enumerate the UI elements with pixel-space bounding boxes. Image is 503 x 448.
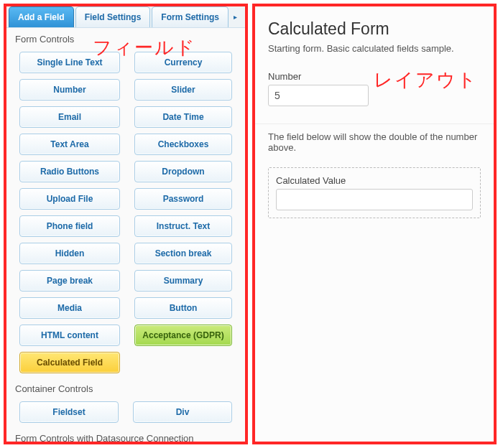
number-input[interactable] (268, 85, 369, 106)
calculated-label: Calculated Value (276, 175, 473, 186)
field-summary[interactable]: Summary (134, 270, 232, 291)
field-text-area[interactable]: Text Area (19, 134, 120, 155)
field-media[interactable]: Media (19, 297, 120, 319)
field-instruct-text[interactable]: Instruct. Text (134, 215, 232, 237)
tabs-bar: Add a Field Field Settings Form Settings… (6, 6, 245, 28)
field-checkboxes[interactable]: Checkboxes (134, 134, 232, 155)
field-html-content[interactable]: HTML content (19, 325, 120, 346)
form-controls-grid: Single Line Text Currency Number Slider … (6, 47, 245, 378)
field-date-time[interactable]: Date Time (134, 106, 232, 128)
field-fieldset[interactable]: Fieldset (19, 401, 119, 423)
field-acceptance-gdpr[interactable]: Acceptance (GDPR) (134, 325, 232, 346)
instruction-text: The field below will show the double of … (255, 123, 494, 162)
field-button[interactable]: Button (134, 297, 232, 319)
field-email[interactable]: Email (19, 106, 120, 128)
field-currency[interactable]: Currency (134, 52, 232, 73)
section-form-controls: Form Controls (6, 28, 245, 47)
field-section-break[interactable]: Section break (134, 243, 232, 264)
form-preview: Calculated Form Starting form. Basic cal… (255, 6, 494, 442)
field-div[interactable]: Div (133, 401, 232, 423)
field-password[interactable]: Password (134, 188, 232, 210)
container-controls-grid: Fieldset Div (6, 397, 245, 427)
form-description: Starting form. Basic calculated fields s… (268, 43, 481, 54)
field-single-line-text[interactable]: Single Line Text (19, 52, 120, 73)
field-dropdown[interactable]: Dropdown (134, 161, 232, 182)
field-slider[interactable]: Slider (134, 79, 232, 101)
tab-form-settings[interactable]: Form Settings (152, 6, 229, 27)
section-datasource: Form Controls with Datasource Connection (6, 427, 245, 442)
calculated-input[interactable] (276, 189, 473, 210)
tab-add-field[interactable]: Add a Field (9, 6, 74, 27)
form-title: Calculated Form (268, 19, 481, 39)
section-container-controls: Container Controls (6, 378, 245, 397)
tab-field-settings[interactable]: Field Settings (75, 6, 151, 27)
number-label: Number (268, 71, 481, 82)
field-phone[interactable]: Phone field (19, 215, 120, 237)
field-upload-file[interactable]: Upload File (19, 188, 120, 210)
field-hidden[interactable]: Hidden (19, 243, 120, 264)
field-calculated[interactable]: Calculated Field (19, 352, 120, 373)
field-number[interactable]: Number (19, 79, 120, 101)
tabs-scroll-right-icon[interactable]: ▸ (230, 6, 240, 27)
field-radio-buttons[interactable]: Radio Buttons (19, 161, 120, 182)
field-page-break[interactable]: Page break (19, 270, 120, 291)
calculated-field-wrap[interactable]: Calculated Value (268, 167, 481, 218)
